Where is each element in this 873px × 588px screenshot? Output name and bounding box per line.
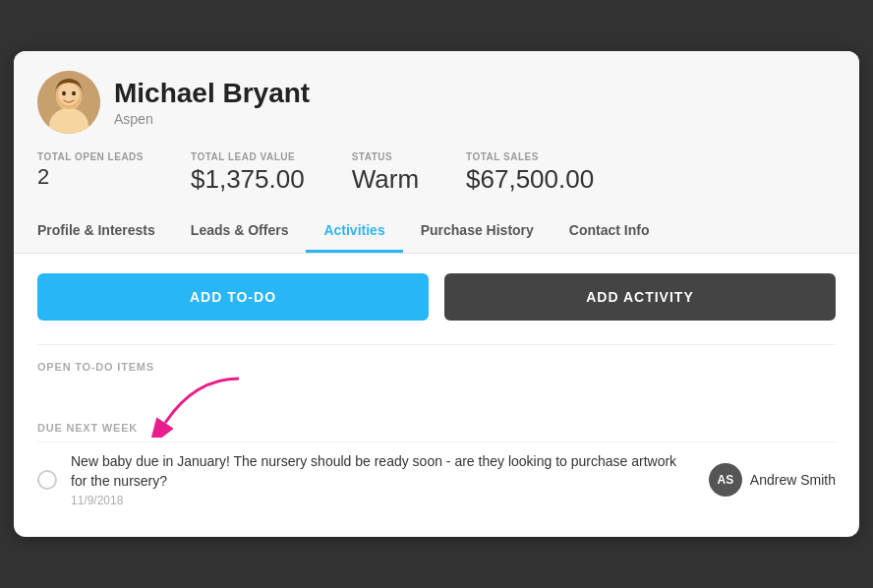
stat-open-leads-label: TOTAL OPEN LEADS bbox=[37, 151, 144, 162]
svg-point-6 bbox=[72, 91, 76, 95]
tab-leads[interactable]: Leads & Offers bbox=[173, 212, 307, 253]
content-area: ADD TO-DO ADD ACTIVITY OPEN TO-DO ITEMS … bbox=[14, 254, 859, 536]
stat-total-sales-value: $67,500.00 bbox=[466, 164, 594, 195]
avatar bbox=[37, 71, 100, 134]
todo-checkbox[interactable] bbox=[37, 470, 57, 490]
assignee-name: Andrew Smith bbox=[750, 472, 836, 488]
stat-status: STATUS Warm bbox=[352, 151, 419, 195]
svg-point-5 bbox=[62, 91, 66, 95]
header: Michael Bryant Aspen TOTAL OPEN LEADS 2 … bbox=[14, 51, 859, 254]
stat-total-sales-label: TOTAL SALES bbox=[466, 151, 594, 162]
profile-name: Michael Bryant bbox=[114, 79, 310, 109]
profile-info: Michael Bryant Aspen bbox=[114, 79, 310, 127]
stat-status-label: STATUS bbox=[352, 151, 419, 162]
tab-activities[interactable]: Activities bbox=[306, 212, 402, 253]
stat-lead-value: TOTAL LEAD VALUE $1,375.00 bbox=[191, 151, 305, 195]
buttons-row: ADD TO-DO ADD ACTIVITY bbox=[37, 273, 836, 321]
stat-total-sales: TOTAL SALES $67,500.00 bbox=[466, 151, 594, 195]
todo-text: New baby due in January! The nursery sho… bbox=[71, 452, 693, 491]
stat-status-value: Warm bbox=[352, 164, 419, 195]
add-todo-button[interactable]: ADD TO-DO bbox=[37, 273, 429, 321]
stat-lead-value-value: $1,375.00 bbox=[191, 164, 305, 195]
todo-assignee: AS Andrew Smith bbox=[709, 463, 836, 497]
tabs: Profile & Interests Leads & Offers Activ… bbox=[37, 212, 836, 253]
todo-item: New baby due in January! The nursery sho… bbox=[37, 441, 836, 516]
tab-purchase[interactable]: Purchase History bbox=[403, 212, 552, 253]
todo-date: 11/9/2018 bbox=[71, 494, 693, 507]
todo-text-block: New baby due in January! The nursery sho… bbox=[71, 452, 693, 506]
section-divider bbox=[37, 344, 836, 345]
stat-open-leads-value: 2 bbox=[37, 164, 144, 190]
profile-row: Michael Bryant Aspen bbox=[37, 71, 836, 134]
stats-row: TOTAL OPEN LEADS 2 TOTAL LEAD VALUE $1,3… bbox=[37, 151, 836, 195]
add-activity-button[interactable]: ADD ACTIVITY bbox=[444, 273, 836, 321]
main-card: Michael Bryant Aspen TOTAL OPEN LEADS 2 … bbox=[14, 51, 859, 536]
stat-open-leads: TOTAL OPEN LEADS 2 bbox=[37, 151, 144, 195]
assignee-avatar: AS bbox=[709, 463, 742, 497]
arrow-icon bbox=[96, 369, 254, 438]
tab-contact[interactable]: Contact Info bbox=[552, 212, 668, 253]
tab-profile[interactable]: Profile & Interests bbox=[37, 212, 173, 253]
stat-lead-value-label: TOTAL LEAD VALUE bbox=[191, 151, 305, 162]
arrow-container: DUE NEXT WEEK bbox=[37, 379, 836, 438]
profile-subtitle: Aspen bbox=[114, 111, 310, 127]
